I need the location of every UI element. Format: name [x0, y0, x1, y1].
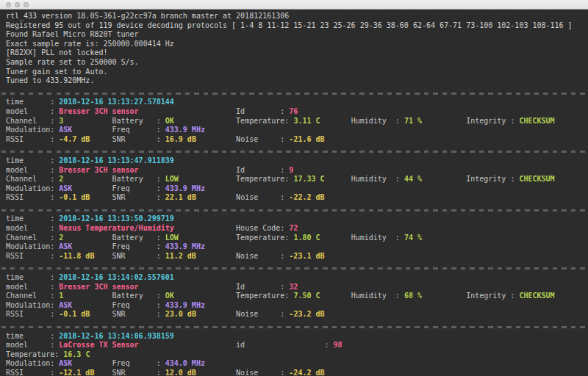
field-value: 17.33 C [293, 175, 324, 183]
field-label: Modulation: [6, 301, 59, 309]
field-label: Freq : [72, 126, 165, 134]
record-line: time : 2018-12-16 13:14:06.938159 [6, 332, 588, 341]
field-label: Channel : [6, 292, 59, 300]
field-value: 433.9 MHz [165, 126, 205, 134]
field-label: time : [6, 98, 59, 106]
field-value: 434.0 MHz [165, 359, 205, 367]
field-label: Temperature: [179, 175, 294, 183]
field-label: Noise : [196, 193, 289, 201]
field-value: ASK [59, 242, 72, 250]
record-line: time : 2018-12-16 13:13:47.911839 [6, 156, 588, 166]
field-value: -0.1 dB [59, 193, 90, 201]
field-label: Integrity : [422, 117, 519, 125]
field-label: Channel : [6, 175, 59, 183]
field-value: 23.0 dB [165, 310, 196, 318]
field-value: Bresser 3CH sensor [59, 283, 138, 291]
field-label: Id : [139, 107, 290, 115]
record-line: Channel : 2 Battery : LOW Temperature: 1… [6, 175, 588, 184]
field-label: model : [6, 283, 59, 291]
field-label: id : [139, 341, 334, 349]
record-line: RSSI : -12.1 dB SNR : 12.0 dB Noise : -2… [6, 369, 588, 376]
field-value: 12.0 dB [165, 369, 196, 376]
field-label: House Code: [174, 224, 290, 232]
field-label: Freq : [72, 242, 165, 250]
field-label: Battery : [63, 292, 165, 300]
field-value: CHECKSUM [519, 117, 554, 125]
field-label: Freq : [72, 301, 165, 309]
field-value: 2018-12-16 13:13:47.911839 [59, 156, 174, 164]
field-label: time : [6, 332, 59, 340]
record-line: Modulation: ASK Freq : 433.9 MHz [6, 184, 588, 194]
field-value: 433.9 MHz [165, 242, 205, 250]
field-label: model : [6, 107, 59, 115]
field-label: Temperature: [174, 292, 294, 300]
boot-line: Exact sample rate is: 250000.000414 Hz [6, 40, 588, 49]
field-label: Humidity : [320, 117, 404, 125]
field-value: ASK [59, 301, 72, 309]
field-value: 68 % [404, 292, 422, 300]
field-label: Id : [139, 283, 290, 291]
field-value: 1.80 C [293, 234, 320, 242]
field-label: RSSI : [6, 135, 59, 143]
field-label: Battery : [63, 175, 165, 183]
field-value: 22.1 dB [165, 193, 196, 201]
field-value: 71 % [404, 117, 422, 125]
boot-line: rtl_433 version 18.05-361-g22cc97a branc… [6, 12, 588, 21]
field-value: Bresser 3CH sensor [59, 107, 138, 115]
field-label: Noise : [196, 369, 289, 376]
field-label: Integrity : [422, 292, 519, 300]
window-titlebar [0, 0, 588, 10]
field-label: Channel : [6, 117, 59, 125]
record-line: Channel : 2 Battery : LOW Temperature: 1… [6, 234, 588, 243]
field-value: LOW [165, 175, 179, 183]
field-value: Bresser 3CH sensor [59, 166, 138, 174]
field-label: SNR : [94, 252, 165, 260]
sensor-record: time : 2018-12-16 13:14:06.938159model :… [6, 322, 588, 376]
field-value: -23.2 dB [289, 310, 324, 318]
record-line: model : Bresser 3CH sensor Id : 32 [6, 283, 588, 292]
field-label: RSSI : [6, 193, 59, 201]
record-separator [6, 322, 588, 332]
close-button[interactable] [6, 2, 11, 7]
zoom-button[interactable] [24, 2, 29, 7]
field-label: Noise : [196, 135, 289, 143]
field-value: OK [165, 292, 174, 300]
field-label: model : [6, 341, 59, 349]
field-label: RSSI : [6, 252, 59, 260]
record-separator [6, 89, 588, 98]
field-label: model : [6, 224, 59, 232]
record-separator [6, 206, 588, 215]
sensor-record: time : 2018-12-16 13:13:50.299719model :… [6, 206, 588, 261]
sensor-record: time : 2018-12-16 13:13:27.578144model :… [6, 89, 588, 145]
field-label: SNR : [90, 193, 165, 201]
record-line: model : Nexus Temperature/Humidity House… [6, 224, 588, 234]
field-label: Humidity : [320, 292, 404, 300]
boot-line: Tuned to 433.920MHz. [6, 76, 588, 86]
minimize-button[interactable] [15, 2, 20, 7]
field-label: Modulation: [6, 126, 59, 134]
field-value: 2018-12-16 13:14:02.557601 [59, 273, 174, 281]
field-value: 44 % [404, 175, 422, 183]
field-value: 433.9 MHz [165, 301, 205, 309]
field-value: 98 [334, 341, 343, 349]
record-line: RSSI : -0.1 dB SNR : 23.0 dB Noise : -23… [6, 310, 588, 319]
field-value: CHECKSUM [519, 292, 554, 300]
field-value: 2018-12-16 13:14:06.938159 [59, 332, 174, 340]
field-label: Freq : [72, 184, 165, 192]
field-label: Noise : [196, 252, 289, 260]
record-line: Temperature: 16.3 C [6, 350, 588, 360]
field-value: OK [165, 117, 174, 125]
terminal-window: rtl_433 version 18.05-361-g22cc97a branc… [0, 0, 588, 376]
field-value: 2018-12-16 13:13:27.578144 [59, 98, 174, 106]
field-label: Temperature: [6, 350, 63, 358]
field-value: -22.2 dB [289, 193, 324, 201]
record-line: model : Bresser 3CH sensor Id : 9 [6, 166, 588, 176]
record-line: RSSI : -11.8 dB SNR : 11.2 dB Noise : -2… [6, 252, 588, 261]
field-value: -24.2 dB [289, 369, 324, 376]
record-separator [6, 147, 588, 156]
field-value: 11.2 dB [165, 252, 196, 260]
sensor-record: time : 2018-12-16 13:14:02.557601model :… [6, 264, 588, 319]
field-label: Channel : [6, 234, 59, 242]
field-label: time : [6, 214, 59, 223]
field-value: 74 % [404, 234, 422, 242]
